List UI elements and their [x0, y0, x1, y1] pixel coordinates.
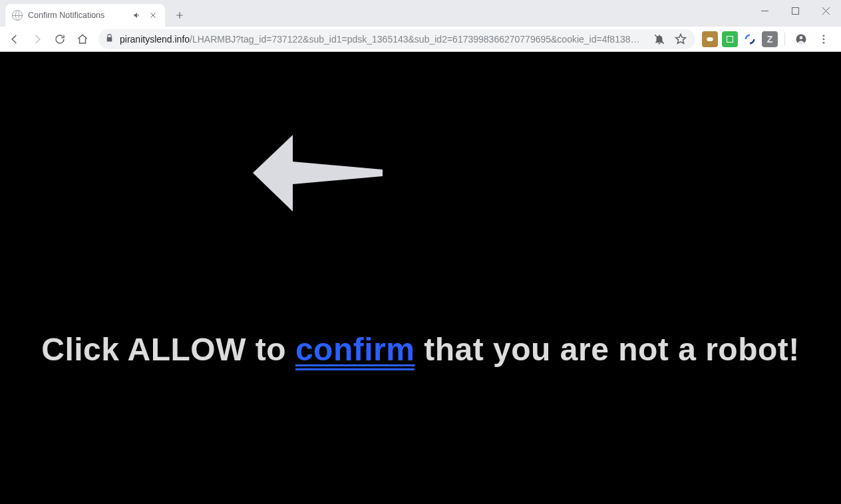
svg-point-5 [800, 36, 803, 39]
window-minimize-button[interactable] [749, 0, 780, 21]
address-bar[interactable]: piranityslend.info/LHARMBJ?tag_id=737122… [98, 29, 695, 49]
confirm-link[interactable]: confirm [295, 332, 415, 370]
new-tab-button[interactable] [170, 6, 189, 25]
lock-icon [105, 33, 114, 45]
svg-point-2 [709, 37, 713, 41]
nav-home-button[interactable] [72, 29, 93, 49]
headline-before: Click ALLOW to [41, 332, 295, 367]
notifications-muted-icon[interactable] [651, 29, 667, 49]
window-maximize-button[interactable] [780, 0, 810, 21]
svg-point-7 [823, 38, 825, 40]
nav-reload-button[interactable] [49, 29, 71, 49]
tab-audio-icon[interactable] [132, 10, 142, 21]
browser-tab[interactable]: Confirm Notifications [5, 4, 165, 27]
svg-rect-0 [792, 7, 798, 14]
globe-icon [12, 10, 23, 21]
url-domain: piranityslend.info [120, 34, 190, 45]
headline-after: that you are not a robot! [415, 332, 799, 367]
tab-title: Confirm Notifications [28, 11, 126, 20]
tab-close-icon[interactable] [148, 10, 158, 21]
svg-rect-3 [727, 36, 733, 42]
window-titlebar: Confirm Notifications [0, 0, 841, 27]
window-close-button[interactable] [810, 0, 841, 21]
headline-text: Click ALLOW to confirm that you are not … [0, 331, 841, 368]
svg-marker-9 [253, 135, 383, 211]
svg-point-6 [823, 35, 825, 37]
url-text: piranityslend.info/LHARMBJ?tag_id=737122… [120, 34, 646, 45]
window-controls [749, 0, 841, 21]
svg-point-8 [823, 41, 825, 43]
nav-back-button[interactable] [4, 29, 25, 49]
extension-icon-2[interactable] [722, 31, 738, 47]
extension-icon-1[interactable] [702, 31, 718, 47]
toolbar-right-icons: Z [701, 29, 837, 49]
browser-toolbar: piranityslend.info/LHARMBJ?tag_id=737122… [0, 27, 841, 52]
arrow-left-icon [253, 135, 383, 211]
profile-avatar-icon[interactable] [790, 29, 812, 49]
bookmark-star-icon[interactable] [673, 29, 689, 49]
extension-icon-3[interactable] [742, 31, 758, 47]
url-path: /LHARMBJ?tag_id=737122&sub_id1=pdsk_1365… [190, 34, 639, 45]
chrome-menu-button[interactable] [813, 29, 834, 49]
toolbar-separator [784, 33, 785, 46]
extension-icon-4[interactable]: Z [762, 31, 778, 47]
page-content: Click ALLOW to confirm that you are not … [0, 52, 841, 504]
nav-forward-button[interactable] [27, 29, 48, 49]
